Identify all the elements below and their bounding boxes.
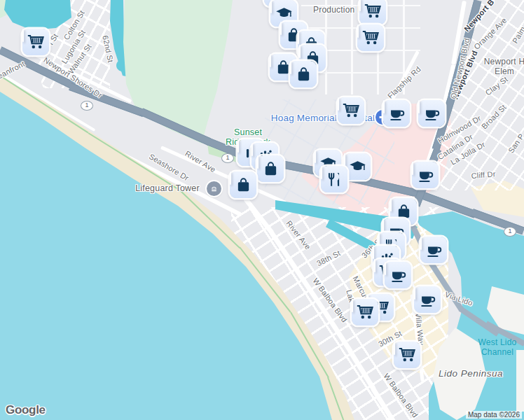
coffee-icon <box>422 104 441 123</box>
poi-marker-cart[interactable] <box>22 29 49 55</box>
poi-marker-cart[interactable] <box>394 342 420 368</box>
coffee-icon <box>418 290 437 309</box>
poi-marker-coffee[interactable] <box>383 100 410 127</box>
poi-marker-cart[interactable] <box>357 24 384 51</box>
coffee-icon <box>416 166 435 185</box>
bag-icon <box>261 160 280 178</box>
coffee-icon <box>389 266 408 285</box>
cart-icon <box>398 346 417 365</box>
map-canvas[interactable]: 111 eanfrontl StColton StLugonia StWalnu… <box>0 0 524 420</box>
poi-marker-bag[interactable] <box>230 172 256 198</box>
poi-marker-cart[interactable] <box>352 299 378 326</box>
cart-icon <box>361 29 380 48</box>
cart-icon <box>342 102 361 120</box>
school-icon <box>275 4 294 23</box>
poi-marker-bag[interactable] <box>290 61 317 88</box>
map-attribution: Map data ©2026 <box>466 411 522 419</box>
coffee-icon <box>425 241 443 260</box>
poi-marker-coffee[interactable] <box>414 286 441 313</box>
bag-icon <box>234 176 253 195</box>
poi-marker-coffee[interactable] <box>412 162 439 188</box>
school-icon <box>348 158 367 176</box>
poi-marker-cart[interactable] <box>338 97 364 124</box>
poi-marker-coffee[interactable] <box>418 100 445 127</box>
poi-marker-coffee[interactable] <box>420 237 447 263</box>
bag-icon <box>294 65 313 84</box>
cart-icon <box>364 2 382 21</box>
poi-marker-cart[interactable] <box>359 0 386 24</box>
markers-layer <box>0 0 524 420</box>
google-logo[interactable]: Google <box>6 403 46 417</box>
poi-marker-school[interactable] <box>344 153 371 180</box>
poi-marker-dining[interactable] <box>321 166 347 192</box>
poi-marker-coffee[interactable] <box>385 262 411 288</box>
poi-marker-bag[interactable] <box>257 155 284 182</box>
cart-icon <box>356 303 375 322</box>
coffee-icon <box>387 104 406 123</box>
cart-icon <box>27 33 46 52</box>
dining-icon <box>325 170 344 189</box>
